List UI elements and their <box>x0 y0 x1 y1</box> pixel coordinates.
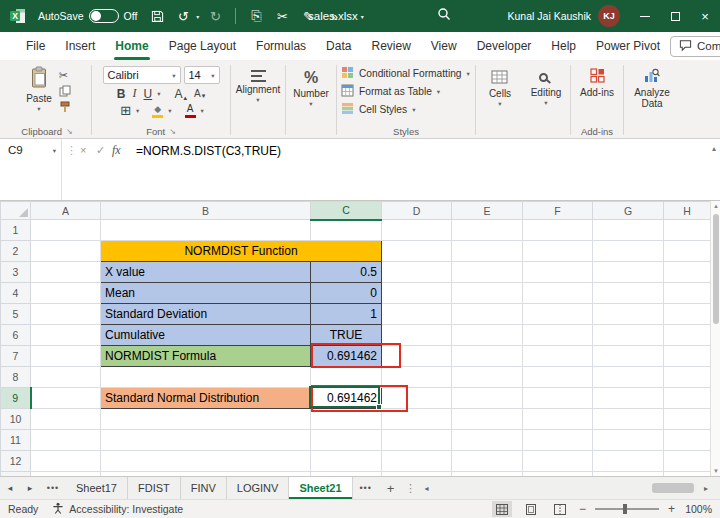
add-sheet-button[interactable]: + <box>379 477 403 499</box>
cell[interactable] <box>31 325 101 346</box>
row-header-4[interactable]: 4 <box>1 283 31 304</box>
cell-B9[interactable]: Standard Normal Distribution <box>101 388 311 409</box>
cell[interactable] <box>523 304 593 325</box>
number-button[interactable]: % Number ▾ <box>290 68 332 108</box>
cell[interactable] <box>523 451 593 472</box>
sheet-tab-sheet17[interactable]: Sheet17 <box>66 477 128 499</box>
minimize-button[interactable] <box>630 0 660 32</box>
cell[interactable] <box>31 388 101 409</box>
scroll-down-icon[interactable]: ▼ <box>711 468 720 474</box>
comments-button[interactable]: Comments <box>670 36 720 57</box>
row-header-8[interactable]: 8 <box>1 367 31 388</box>
page-layout-view-button[interactable] <box>521 501 541 517</box>
tab-help[interactable]: Help <box>541 32 586 60</box>
cell[interactable] <box>593 304 664 325</box>
cell[interactable] <box>664 304 711 325</box>
cell[interactable] <box>523 220 593 241</box>
cell-B7[interactable]: NORMDIST Formula <box>101 346 311 367</box>
close-button[interactable]: × <box>690 0 720 32</box>
cell[interactable] <box>31 430 101 451</box>
row-header-10[interactable]: 10 <box>1 409 31 430</box>
cell[interactable] <box>452 367 523 388</box>
undo-dropdown-icon[interactable]: ▾ <box>196 13 199 20</box>
cell[interactable] <box>452 346 523 367</box>
cell[interactable] <box>382 346 452 367</box>
cell[interactable] <box>31 304 101 325</box>
font-color-dropdown-icon[interactable]: ▾ <box>201 108 204 113</box>
italic-button[interactable]: I <box>131 86 139 101</box>
cell[interactable] <box>523 325 593 346</box>
cell[interactable] <box>593 241 664 262</box>
column-header-A[interactable]: A <box>31 202 101 220</box>
row-header-3[interactable]: 3 <box>1 262 31 283</box>
cell[interactable] <box>664 367 711 388</box>
row-header-12[interactable]: 12 <box>1 451 31 472</box>
sheet-nav-right-icon[interactable]: ▸ <box>20 477 40 499</box>
quick-access-cut-icon[interactable]: ✂ <box>272 4 292 28</box>
cell-styles-button[interactable]: Cell Styles▾ <box>341 100 471 118</box>
cell[interactable] <box>101 451 311 472</box>
cell[interactable] <box>593 367 664 388</box>
tab-power-pivot[interactable]: Power Pivot <box>586 32 670 60</box>
cell[interactable] <box>523 430 593 451</box>
cell[interactable] <box>664 430 711 451</box>
alignment-button[interactable]: Alignment ▾ <box>233 68 283 104</box>
cell[interactable] <box>523 346 593 367</box>
tab-data[interactable]: Data <box>316 32 361 60</box>
cell[interactable] <box>452 220 523 241</box>
cell[interactable] <box>452 409 523 430</box>
font-name-select[interactable]: Calibri▾ <box>103 66 181 84</box>
zoom-slider-thumb[interactable] <box>623 504 627 514</box>
cell[interactable] <box>452 241 523 262</box>
cell-C6[interactable]: TRUE <box>311 325 382 346</box>
cell[interactable] <box>664 325 711 346</box>
column-header-B[interactable]: B <box>101 202 311 220</box>
cancel-entry-icon[interactable]: × <box>80 144 86 156</box>
sheet-list-more-left[interactable]: ••• <box>40 477 66 499</box>
column-header-E[interactable]: E <box>452 202 523 220</box>
cell[interactable] <box>523 283 593 304</box>
cell[interactable] <box>101 220 311 241</box>
borders-button[interactable]: ⊞ <box>118 103 133 118</box>
cell[interactable] <box>101 367 311 388</box>
cell[interactable] <box>593 220 664 241</box>
row-header-7[interactable]: 7 <box>1 346 31 367</box>
editing-button[interactable]: Editing ▾ <box>528 69 565 107</box>
cell[interactable] <box>311 367 382 388</box>
cell-B2-title[interactable]: NORMDIST Function <box>101 241 382 262</box>
vertical-scroll-thumb[interactable] <box>713 214 719 324</box>
sheet-tab-fdist[interactable]: FDIST <box>128 477 181 499</box>
cell-C9-selected[interactable]: 0.691462 <box>311 388 382 409</box>
format-painter-button[interactable] <box>59 101 71 113</box>
cell-C4[interactable]: 0 <box>311 283 382 304</box>
tab-formulas[interactable]: Formulas <box>246 32 316 60</box>
cell[interactable] <box>382 409 452 430</box>
column-header-H[interactable]: H <box>664 202 711 220</box>
cell[interactable] <box>664 283 711 304</box>
scroll-up-icon[interactable]: ▲ <box>711 203 720 209</box>
cell[interactable] <box>311 430 382 451</box>
cell[interactable] <box>382 241 452 262</box>
cell[interactable] <box>664 451 711 472</box>
tab-insert[interactable]: Insert <box>55 32 105 60</box>
cell[interactable] <box>382 451 452 472</box>
zoom-percent[interactable]: 100% <box>684 503 712 515</box>
cell[interactable] <box>382 283 452 304</box>
cell[interactable] <box>31 220 101 241</box>
cell[interactable] <box>593 409 664 430</box>
window-title[interactable]: sales.xlsx ▾ <box>308 0 364 32</box>
cell[interactable] <box>523 241 593 262</box>
tab-view[interactable]: View <box>421 32 467 60</box>
cell[interactable] <box>101 409 311 430</box>
cell[interactable] <box>452 388 523 409</box>
cell[interactable] <box>382 304 452 325</box>
increase-font-button[interactable]: A▴ <box>172 87 189 101</box>
sheetbar-gripper-icon[interactable]: ⋮ <box>403 477 419 499</box>
cell[interactable] <box>523 367 593 388</box>
borders-dropdown-icon[interactable]: ▾ <box>136 108 139 113</box>
cell[interactable] <box>101 430 311 451</box>
column-header-G[interactable]: G <box>593 202 664 220</box>
cell[interactable] <box>664 262 711 283</box>
tab-file[interactable]: File <box>16 32 55 60</box>
underline-dropdown-icon[interactable]: ▾ <box>157 91 160 96</box>
